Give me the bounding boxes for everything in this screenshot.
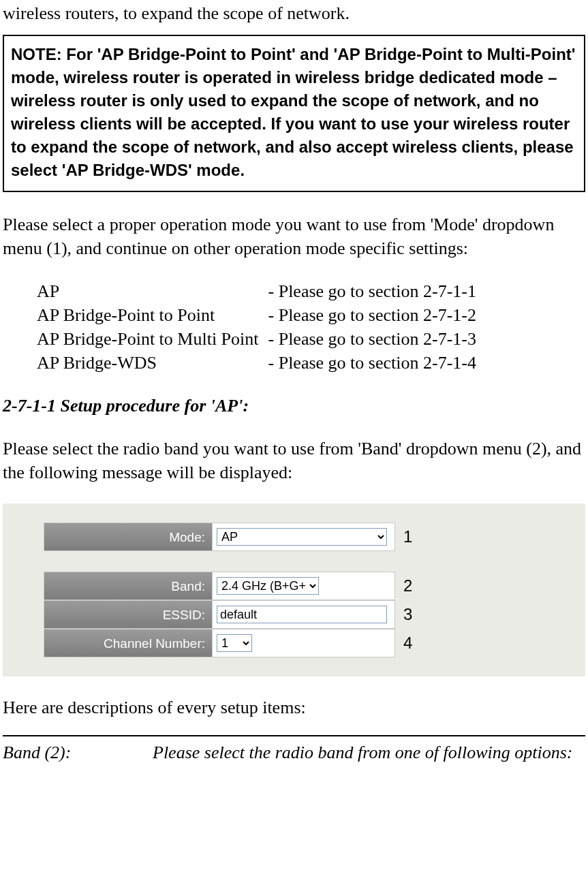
mode-name: AP [37, 279, 268, 303]
essid-input[interactable] [217, 606, 387, 623]
callout-number: 2 [403, 572, 412, 600]
setup-instruction: Please select the radio band you want to… [3, 437, 585, 484]
mode-row: AP Bridge-WDS - Please go to section 2-7… [37, 351, 476, 375]
mode-row: AP - Please go to section 2-7-1-1 [37, 279, 476, 303]
mode-reference: - Please go to section 2-7-1-4 [268, 351, 476, 375]
mode-name: AP Bridge-Point to Multi Point [37, 327, 268, 351]
callout-number: 1 [403, 523, 412, 551]
note-box: NOTE: For 'AP Bridge-Point to Point' and… [3, 35, 585, 191]
channel-control-cell: 1 [213, 629, 395, 657]
config-screenshot: Mode: AP 1 Band: 2.4 GHz (B+G+N) 2 ESSID… [3, 503, 585, 676]
channel-select[interactable]: 1 [217, 634, 252, 652]
mode-reference: - Please go to section 2-7-1-2 [268, 303, 476, 327]
essid-field-row: ESSID: 3 [44, 600, 576, 629]
mode-row: AP Bridge-Point to Point - Please go to … [37, 303, 476, 327]
mode-reference: - Please go to section 2-7-1-1 [268, 279, 476, 303]
mode-label: Mode: [44, 523, 213, 551]
callout-number: 3 [403, 600, 412, 629]
intro-text-fragment: wireless routers, to expand the scope of… [3, 1, 585, 25]
mode-row: AP Bridge-Point to Multi Point - Please … [37, 327, 476, 351]
description-body: Please select the radio band from one of… [153, 741, 585, 764]
band-control-cell: 2.4 GHz (B+G+N) [213, 572, 395, 600]
mode-select[interactable]: AP [217, 528, 387, 546]
mode-reference-list: AP - Please go to section 2-7-1-1 AP Bri… [37, 279, 476, 375]
band-field-row: Band: 2.4 GHz (B+G+N) 2 [44, 572, 576, 600]
description-label: Band (2): [3, 741, 153, 764]
band-label: Band: [44, 572, 213, 600]
callout-number: 4 [403, 629, 412, 657]
mode-name: AP Bridge-Point to Point [37, 303, 268, 327]
channel-field-row: Channel Number: 1 4 [44, 629, 576, 657]
descriptions-intro: Here are descriptions of every setup ite… [3, 696, 585, 719]
channel-label: Channel Number: [44, 629, 213, 657]
band-select[interactable]: 2.4 GHz (B+G+N) [217, 577, 319, 595]
mode-name: AP Bridge-WDS [37, 351, 268, 375]
mode-reference: - Please go to section 2-7-1-3 [268, 327, 476, 351]
mode-control-cell: AP [213, 523, 395, 551]
section-heading: 2-7-1-1 Setup procedure for 'AP': [3, 394, 585, 418]
essid-control-cell [213, 600, 395, 629]
essid-label: ESSID: [44, 600, 213, 629]
divider-line [3, 735, 585, 736]
description-row: Band (2): Please select the radio band f… [3, 741, 585, 764]
spacer [44, 551, 576, 572]
mode-field-row: Mode: AP 1 [44, 523, 576, 551]
mode-instruction: Please select a proper operation mode yo… [3, 213, 585, 260]
